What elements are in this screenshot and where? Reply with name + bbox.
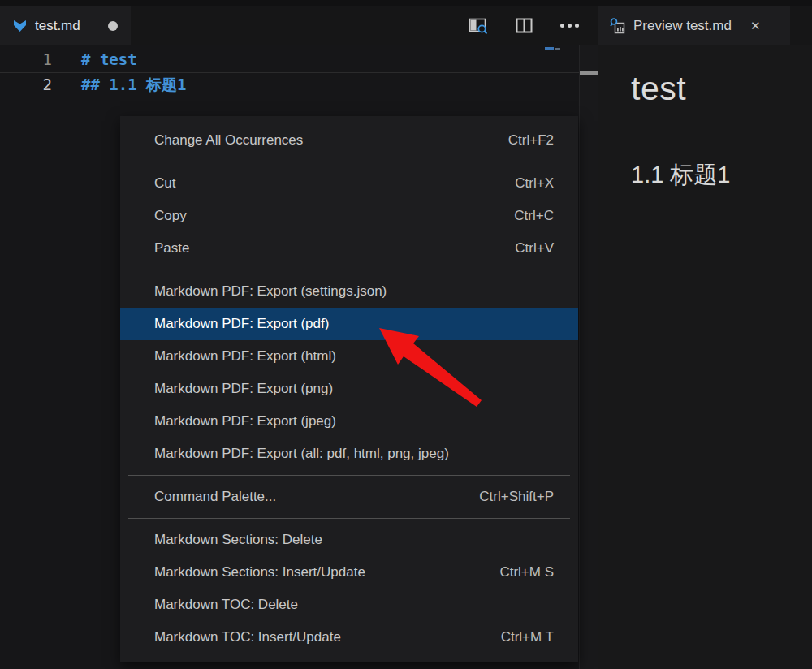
menu-item-sections-insert-update[interactable]: Markdown Sections: Insert/UpdateCtrl+M S xyxy=(120,556,578,589)
modified-dot-icon[interactable] xyxy=(108,21,118,31)
vscode-window: test.md xyxy=(0,0,812,669)
menu-item-export-settings-json[interactable]: Markdown PDF: Export (settings.json) xyxy=(120,275,578,308)
menu-item-export-all[interactable]: Markdown PDF: Export (all: pdf, html, pn… xyxy=(120,438,578,470)
preview-tabbar: Preview test.md ✕ xyxy=(598,0,812,45)
minimap-mark xyxy=(545,47,554,50)
line-number: 1 xyxy=(0,47,52,72)
preview-group: Preview test.md ✕ test 1.1 标题1 xyxy=(598,0,812,669)
overview-ruler-cursor-marker xyxy=(580,71,598,75)
editor-tabbar-actions xyxy=(131,6,598,45)
preview-tabbar-rest xyxy=(790,6,812,45)
preview-divider xyxy=(631,123,812,123)
menu-item-command-palette[interactable]: Command Palette...Ctrl+Shift+P xyxy=(120,481,578,513)
menu-item-sections-delete[interactable]: Markdown Sections: Delete xyxy=(120,524,578,556)
menu-separator xyxy=(128,270,570,270)
menu-separator xyxy=(128,162,570,162)
menu-item-change-all-occurrences[interactable]: Change All OccurrencesCtrl+F2 xyxy=(120,124,578,157)
open-preview-side-button[interactable] xyxy=(466,14,490,38)
context-menu: Change All OccurrencesCtrl+F2 CutCtrl+X … xyxy=(120,116,578,662)
tab-test-md[interactable]: test.md xyxy=(0,6,131,45)
close-icon[interactable]: ✕ xyxy=(750,19,761,32)
preview-heading-2: 1.1 标题1 xyxy=(631,159,812,192)
tab-label: Preview test.md xyxy=(633,18,732,34)
menu-separator xyxy=(128,518,570,519)
code-text: ## 1.1 标题1 xyxy=(81,72,187,97)
editor-tabbar: test.md xyxy=(0,0,598,45)
menu-item-export-html[interactable]: Markdown PDF: Export (html) xyxy=(120,340,578,373)
editor-scrollbar[interactable] xyxy=(579,45,598,669)
menu-item-export-png[interactable]: Markdown PDF: Export (png) xyxy=(120,373,578,405)
markdown-file-icon xyxy=(13,19,27,32)
code-text: # test xyxy=(81,47,137,72)
ellipsis-icon xyxy=(560,24,579,28)
markdown-preview-content: test 1.1 标题1 xyxy=(598,45,812,669)
menu-item-cut[interactable]: CutCtrl+X xyxy=(120,167,578,200)
markdown-preview-icon xyxy=(610,18,626,34)
tab-preview-test-md[interactable]: Preview test.md ✕ xyxy=(598,6,790,45)
split-editor-button[interactable] xyxy=(512,14,536,38)
code-line-1: 1 # test xyxy=(0,47,579,72)
minimap-mark xyxy=(555,48,560,50)
line-number: 2 xyxy=(0,72,52,97)
menu-item-paste[interactable]: PasteCtrl+V xyxy=(120,232,578,265)
menu-item-toc-delete[interactable]: Markdown TOC: Delete xyxy=(120,589,578,621)
more-actions-button[interactable] xyxy=(557,14,581,38)
tab-label: test.md xyxy=(35,18,80,34)
menu-item-export-jpeg[interactable]: Markdown PDF: Export (jpeg) xyxy=(120,405,578,438)
menu-separator xyxy=(128,475,570,476)
menu-item-toc-insert-update[interactable]: Markdown TOC: Insert/UpdateCtrl+M T xyxy=(120,621,578,654)
menu-item-export-pdf[interactable]: Markdown PDF: Export (pdf) xyxy=(120,308,578,340)
menu-item-copy[interactable]: CopyCtrl+C xyxy=(120,200,578,232)
code-line-2: 2 ## 1.1 标题1 xyxy=(0,72,579,97)
preview-heading-1: test xyxy=(631,70,812,108)
